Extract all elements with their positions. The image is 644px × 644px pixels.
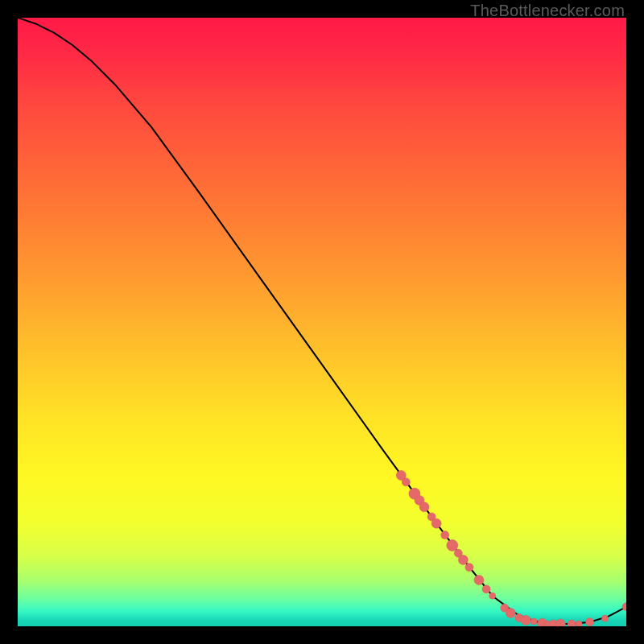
gradient-background <box>18 18 626 626</box>
data-point <box>489 592 496 599</box>
data-point <box>521 615 530 625</box>
data-point <box>482 585 490 593</box>
data-point <box>402 478 410 486</box>
data-point <box>530 618 537 625</box>
data-point <box>602 615 609 621</box>
bottleneck-chart <box>18 18 626 626</box>
data-point <box>447 540 458 551</box>
data-point <box>465 564 473 572</box>
data-point <box>441 531 449 539</box>
data-point <box>431 518 441 528</box>
data-point <box>458 555 468 565</box>
data-point <box>586 618 594 626</box>
data-point <box>419 502 429 512</box>
data-point <box>576 621 582 626</box>
data-point <box>506 608 515 617</box>
chart-frame <box>18 18 626 626</box>
data-point <box>568 620 576 626</box>
data-point <box>474 576 484 585</box>
